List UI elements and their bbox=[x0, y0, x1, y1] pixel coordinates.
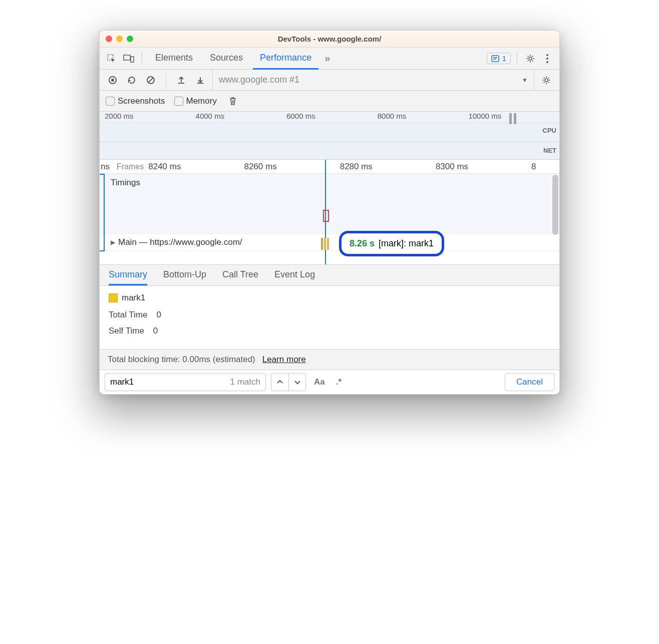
tab-summary[interactable]: Summary bbox=[109, 265, 147, 285]
details-tabstrip: Summary Bottom-Up Call Tree Event Log bbox=[100, 265, 559, 286]
tick: 4000 ms bbox=[196, 112, 287, 122]
trash-icon[interactable] bbox=[226, 94, 240, 108]
match-case-toggle[interactable]: Aa bbox=[311, 377, 328, 387]
timings-track[interactable]: Timings bbox=[100, 174, 559, 234]
total-time-row: Total Time 0 bbox=[109, 310, 550, 320]
device-toggle-icon[interactable] bbox=[122, 52, 136, 66]
svg-rect-3 bbox=[492, 56, 499, 62]
capture-options-row: Screenshots Memory bbox=[100, 91, 559, 112]
tab-elements[interactable]: Elements bbox=[148, 48, 200, 70]
svg-point-4 bbox=[529, 57, 532, 60]
separator bbox=[166, 74, 166, 87]
svg-point-12 bbox=[545, 79, 548, 82]
record-icon[interactable] bbox=[106, 73, 120, 87]
prev-match-button[interactable] bbox=[271, 374, 288, 391]
net-label: NET bbox=[543, 147, 556, 154]
svg-rect-2 bbox=[131, 57, 134, 62]
issues-badge[interactable]: 1 bbox=[487, 53, 511, 64]
blocking-time-bar: Total blocking time: 0.00ms (estimated) … bbox=[100, 349, 559, 370]
separator bbox=[142, 52, 142, 65]
chevron-down-icon: ▼ bbox=[522, 77, 528, 84]
match-count: 1 match bbox=[230, 377, 260, 387]
frames-label: Frames bbox=[108, 162, 146, 171]
total-time-value: 0 bbox=[156, 310, 161, 320]
find-bar: 1 match Aa .* Cancel bbox=[100, 370, 559, 394]
svg-point-9 bbox=[111, 79, 114, 82]
kebab-menu-icon[interactable] bbox=[540, 52, 554, 66]
tab-call-tree[interactable]: Call Tree bbox=[222, 265, 258, 285]
summary-name: mark1 bbox=[122, 293, 145, 303]
tick: 8 bbox=[529, 160, 559, 173]
svg-rect-1 bbox=[124, 55, 130, 60]
window-title: DevTools - www.google.com/ bbox=[100, 35, 559, 43]
issues-count: 1 bbox=[502, 54, 506, 63]
self-time-value: 0 bbox=[153, 326, 158, 336]
svg-line-11 bbox=[148, 78, 153, 83]
summary-panel: mark1 Total Time 0 Self Time 0 bbox=[100, 286, 559, 349]
find-nav-buttons bbox=[271, 373, 306, 391]
tick: 8280 ms bbox=[338, 160, 433, 173]
vertical-scrollbar[interactable] bbox=[552, 175, 558, 235]
inspect-icon[interactable] bbox=[105, 52, 119, 66]
tick: 8300 ms bbox=[433, 160, 529, 173]
tab-bottom-up[interactable]: Bottom-Up bbox=[163, 265, 206, 285]
divider bbox=[100, 142, 559, 142]
capture-settings-gear-icon[interactable] bbox=[539, 73, 553, 87]
reload-icon[interactable] bbox=[125, 73, 139, 87]
svg-point-6 bbox=[546, 58, 548, 60]
self-time-row: Self Time 0 bbox=[109, 326, 550, 336]
main-track-label: Main — https://www.google.com/ bbox=[118, 237, 242, 247]
svg-point-5 bbox=[546, 54, 548, 56]
performance-toolbar: www.google.com #1 ▼ bbox=[100, 70, 559, 91]
overview-timeline[interactable]: 2000 ms 4000 ms 6000 ms 8000 ms 10000 ms… bbox=[100, 112, 559, 160]
expand-icon[interactable]: ▶ bbox=[111, 239, 115, 246]
flame-ruler: ns Frames 8240 ms 8260 ms 8280 ms 8300 m… bbox=[100, 160, 559, 174]
main-tabstrip: Elements Sources Performance » 1 bbox=[100, 48, 559, 70]
tab-performance[interactable]: Performance bbox=[253, 48, 318, 70]
recording-selector[interactable]: www.google.com #1 ▼ bbox=[212, 70, 534, 90]
download-icon[interactable] bbox=[193, 73, 207, 87]
tab-sources[interactable]: Sources bbox=[203, 48, 250, 70]
total-time-label: Total Time bbox=[109, 310, 147, 320]
tooltip-text: [mark]: mark1 bbox=[379, 238, 434, 249]
learn-more-link[interactable]: Learn more bbox=[262, 355, 306, 365]
selection-edge bbox=[100, 174, 105, 251]
tick: 8240 ms bbox=[146, 160, 241, 173]
summary-name-row: mark1 bbox=[109, 293, 550, 303]
long-task-marker bbox=[323, 210, 329, 222]
titlebar: DevTools - www.google.com/ bbox=[100, 31, 559, 48]
cancel-button[interactable]: Cancel bbox=[505, 373, 554, 391]
timings-label: Timings bbox=[111, 178, 140, 188]
search-input[interactable] bbox=[110, 377, 225, 387]
ruler-left: ns bbox=[100, 162, 108, 172]
separator bbox=[517, 52, 517, 65]
find-input-wrapper: 1 match bbox=[105, 373, 266, 391]
tab-event-log[interactable]: Event Log bbox=[274, 265, 315, 285]
tick: 8000 ms bbox=[378, 112, 469, 122]
clear-icon[interactable] bbox=[144, 73, 158, 87]
overview-ticks: 2000 ms 4000 ms 6000 ms 8000 ms 10000 ms bbox=[100, 112, 559, 123]
task-bars bbox=[321, 238, 329, 250]
screenshots-checkbox[interactable]: Screenshots bbox=[106, 96, 165, 106]
svg-point-7 bbox=[546, 61, 548, 63]
memory-checkbox[interactable]: Memory bbox=[174, 96, 217, 106]
cpu-label: CPU bbox=[543, 127, 556, 134]
tooltip-time: 8.26 s bbox=[350, 238, 375, 249]
blocking-text: Total blocking time: 0.00ms (estimated) bbox=[108, 355, 255, 365]
regex-toggle[interactable]: .* bbox=[333, 377, 345, 387]
recording-label: www.google.com #1 bbox=[219, 75, 299, 85]
tick: 2000 ms bbox=[105, 112, 196, 122]
flame-chart[interactable]: ns Frames 8240 ms 8260 ms 8280 ms 8300 m… bbox=[100, 160, 559, 265]
next-match-button[interactable] bbox=[288, 374, 305, 391]
main-track[interactable]: ▶ Main — https://www.google.com/ bbox=[100, 234, 559, 251]
tick: 8260 ms bbox=[241, 160, 337, 173]
tick: 6000 ms bbox=[286, 112, 378, 122]
color-swatch bbox=[109, 293, 118, 302]
gear-icon[interactable] bbox=[523, 52, 537, 66]
marker-tooltip: 8.26 s [mark]: mark1 bbox=[339, 231, 444, 256]
more-tabs-icon[interactable]: » bbox=[321, 53, 330, 64]
devtools-window: DevTools - www.google.com/ Elements Sour… bbox=[99, 30, 560, 395]
selection-handle[interactable] bbox=[505, 113, 520, 125]
self-time-label: Self Time bbox=[109, 326, 144, 336]
upload-icon[interactable] bbox=[174, 73, 188, 87]
